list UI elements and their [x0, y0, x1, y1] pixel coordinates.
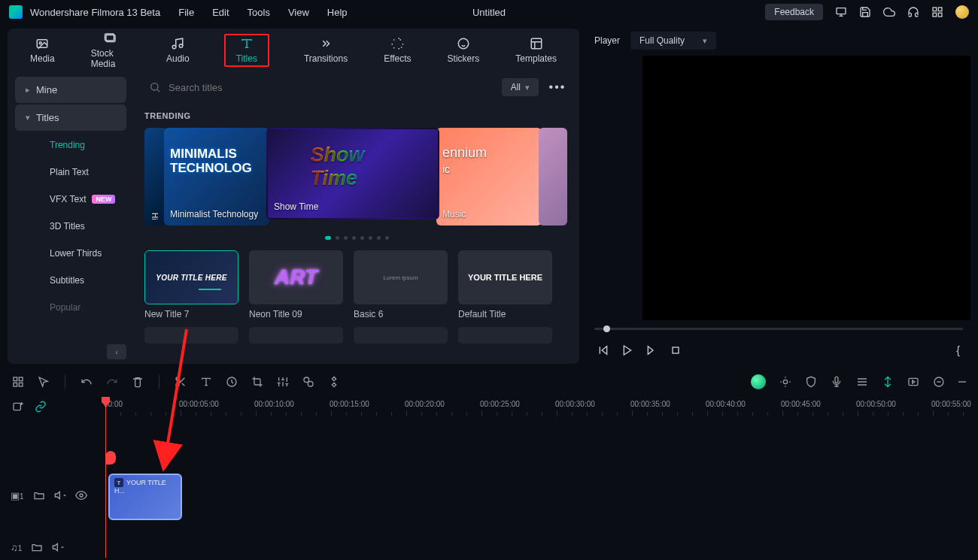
title-card-stub[interactable] — [144, 327, 238, 344]
visibility-icon[interactable] — [75, 489, 87, 501]
video-track-icon[interactable]: ▣1 — [11, 490, 24, 501]
quality-dropdown[interactable]: Full Quality▾ — [630, 32, 716, 50]
title-card-new-title-7[interactable]: YOUR TITLE HERE New Title 7 — [144, 250, 238, 319]
sidebar-lower-thirds[interactable]: Lower Thirds — [15, 241, 126, 266]
dot-icon[interactable] — [360, 236, 364, 240]
sidebar-mine[interactable]: ▸Mine — [15, 77, 126, 103]
expand-icon[interactable]: { — [956, 344, 960, 356]
dot-icon[interactable] — [325, 236, 331, 240]
marker-icon[interactable] — [105, 451, 116, 465]
trending-card-music[interactable]: enniumic Music — [436, 128, 542, 226]
trending-card-showtime[interactable]: Show Time Show Time — [266, 128, 439, 219]
tab-stickers[interactable]: Stickers — [446, 34, 481, 67]
dot-icon[interactable] — [377, 236, 381, 240]
color-icon[interactable] — [302, 376, 314, 388]
timeline-clip[interactable]: TYOUR TITLE H... — [108, 474, 182, 520]
mixer-icon[interactable] — [856, 376, 868, 388]
tab-stock-media[interactable]: Stock Media — [90, 29, 132, 72]
search-box[interactable] — [144, 81, 494, 93]
monitor-icon[interactable] — [835, 6, 847, 18]
dot-icon[interactable] — [369, 236, 372, 240]
tab-media[interactable]: Media — [29, 34, 56, 67]
text-icon[interactable] — [200, 376, 212, 388]
marker-icon[interactable] — [882, 376, 894, 388]
sidebar-titles[interactable]: ▾Titles — [15, 104, 126, 131]
menu-view[interactable]: View — [288, 7, 309, 18]
mute-icon[interactable] — [52, 541, 64, 553]
trending-card-minimalist[interactable]: MINIMALISTECHNOLOG Minimalist Technology — [164, 128, 269, 226]
timeline-ruler[interactable]: 00:0000:00:05:0000:00:10:0000:00:15:0000… — [105, 397, 978, 422]
preview-canvas[interactable] — [642, 56, 970, 320]
shield-icon[interactable] — [805, 376, 817, 388]
tab-titles[interactable]: Titles — [224, 34, 269, 67]
dot-icon[interactable] — [336, 236, 339, 240]
redo-icon[interactable] — [106, 376, 118, 388]
title-card-neon[interactable]: ART Neon Title 09 — [249, 250, 343, 319]
sidebar-vfx-text[interactable]: VFX Text NEW — [15, 186, 126, 212]
sidebar-trending[interactable]: Trending — [15, 132, 126, 158]
folder-icon[interactable] — [33, 489, 45, 501]
cloud-icon[interactable] — [883, 6, 895, 18]
stop-button[interactable] — [670, 344, 682, 356]
undo-icon[interactable] — [80, 376, 93, 388]
sidebar-plain-text[interactable]: Plain Text — [15, 159, 126, 185]
filter-dropdown[interactable]: All▾ — [502, 78, 539, 96]
cursor-icon[interactable] — [38, 376, 50, 388]
user-avatar[interactable] — [955, 5, 969, 19]
keyframe-icon[interactable] — [328, 376, 340, 388]
menu-edit[interactable]: Edit — [212, 7, 229, 18]
title-card-default[interactable]: YOUR TITLE HERE Default Title — [458, 250, 552, 319]
ai-button[interactable] — [751, 374, 766, 389]
prev-frame-button[interactable] — [597, 344, 609, 356]
speed-icon[interactable] — [226, 376, 238, 388]
carousel-dots[interactable] — [144, 236, 569, 240]
zoom-out-icon[interactable] — [933, 376, 945, 388]
add-track-icon[interactable] — [12, 401, 24, 413]
sidebar-subtitles[interactable]: Subtitles — [15, 268, 126, 293]
scrub-head-icon[interactable] — [603, 325, 610, 332]
next-frame-button[interactable] — [645, 344, 658, 356]
title-card-stub[interactable] — [249, 327, 343, 344]
menu-tools[interactable]: Tools — [248, 7, 270, 18]
mic-icon[interactable] — [831, 376, 843, 388]
tab-effects[interactable]: Effects — [382, 34, 412, 67]
dot-icon[interactable] — [352, 236, 356, 240]
scrub-bar[interactable] — [594, 328, 963, 330]
grid-icon[interactable] — [931, 6, 943, 18]
sidebar-popular[interactable]: Popular — [15, 295, 126, 320]
more-button[interactable]: ••• — [546, 80, 569, 94]
title-card-basic[interactable]: Lorem ipsum Basic 6 — [354, 250, 448, 319]
menu-file[interactable]: File — [178, 7, 194, 18]
adjust-icon[interactable] — [277, 376, 289, 388]
sparkle-icon[interactable] — [779, 376, 791, 388]
tab-templates[interactable]: Templates — [514, 34, 558, 67]
layout-icon[interactable] — [12, 376, 24, 388]
folder-icon[interactable] — [31, 541, 43, 553]
trending-card[interactable] — [539, 128, 567, 226]
mute-icon[interactable] — [54, 489, 66, 501]
timeline[interactable]: 00:0000:00:05:0000:00:10:0000:00:15:0000… — [0, 397, 978, 558]
dot-icon[interactable] — [385, 236, 389, 240]
play-button[interactable] — [621, 344, 633, 356]
title-card-stub[interactable] — [354, 327, 448, 344]
audio-track[interactable]: ♫1 — [105, 537, 978, 558]
zoom-slider[interactable] — [958, 381, 966, 383]
split-icon[interactable] — [175, 376, 187, 388]
search-input[interactable] — [169, 82, 490, 93]
audio-track-icon[interactable]: ♫1 — [11, 542, 22, 553]
tab-audio[interactable]: Audio — [165, 34, 191, 67]
crop-icon[interactable] — [251, 376, 263, 388]
sidebar-3d-titles[interactable]: 3D Titles — [15, 213, 126, 239]
trending-carousel[interactable]: Hi MINIMALISTECHNOLOG Minimalist Technol… — [144, 128, 569, 226]
delete-icon[interactable] — [132, 376, 144, 388]
link-icon[interactable] — [35, 401, 47, 413]
dot-icon[interactable] — [344, 236, 348, 240]
save-icon[interactable] — [859, 6, 871, 18]
headset-icon[interactable] — [907, 6, 919, 18]
render-icon[interactable] — [907, 376, 919, 388]
menu-help[interactable]: Help — [327, 7, 348, 18]
sidebar-collapse-button[interactable]: ‹ — [107, 344, 126, 359]
tab-transitions[interactable]: Transitions — [302, 34, 349, 67]
feedback-button[interactable]: Feedback — [765, 4, 823, 20]
title-card-stub[interactable] — [458, 327, 552, 344]
